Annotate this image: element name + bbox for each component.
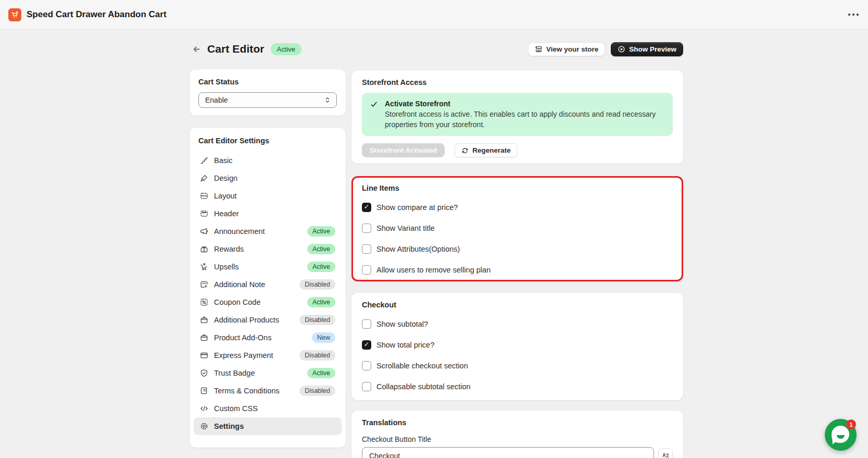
nav-badge: Disabled	[299, 279, 335, 290]
nav-badge: Active	[307, 262, 335, 272]
header-icon	[200, 209, 208, 218]
sidebar-item-additional-note[interactable]: Additional Note Disabled	[194, 276, 342, 293]
paintbrush-icon	[200, 174, 208, 182]
refresh-icon	[461, 147, 469, 154]
checkbox-allow-remove-selling-plan[interactable]: Allow users to remove selling plan	[362, 265, 673, 275]
nav-badge: Disabled	[299, 315, 335, 325]
checkbox-scrollable-checkout-section[interactable]: Scrollable checkout section	[362, 361, 673, 370]
sidebar-item-express-payment[interactable]: Express Payment Disabled	[194, 346, 342, 364]
view-store-button[interactable]: View your store	[528, 42, 605, 56]
checkout-card: Checkout Show subtotal? Show total price…	[351, 293, 683, 400]
checkout-button-title-input[interactable]	[362, 447, 654, 458]
back-button[interactable]	[190, 42, 203, 56]
line-items-card: Line Items Show compare at price? Show V…	[351, 176, 683, 281]
checkbox[interactable]	[362, 244, 371, 254]
show-preview-button[interactable]: Show Preview	[611, 42, 683, 56]
status-badge: Active	[271, 43, 301, 55]
checkbox[interactable]	[362, 319, 371, 329]
sidebar-item-trust-badge[interactable]: Trust Badge Active	[194, 364, 342, 382]
nav-badge: Active	[307, 368, 335, 378]
sidebar-item-coupon-code[interactable]: Coupon Code Active	[194, 293, 342, 311]
sidebar-item-basic[interactable]: Basic	[194, 152, 342, 169]
sidebar-item-header[interactable]: Header	[194, 205, 342, 222]
regenerate-button[interactable]: Regenerate	[455, 143, 518, 157]
eye-icon	[618, 45, 625, 53]
cart-logo-icon	[10, 10, 19, 19]
sidebar-item-additional-products[interactable]: Additional Products Disabled	[194, 311, 342, 329]
product-box-icon	[200, 333, 208, 342]
translate-button[interactable]	[658, 448, 673, 458]
unread-count-badge: 1	[846, 419, 856, 429]
chat-launcher[interactable]: 1	[825, 419, 857, 451]
check-icon	[370, 101, 378, 130]
layout-icon	[200, 192, 208, 200]
checkbox[interactable]	[362, 265, 371, 275]
page-title: Cart Editor	[207, 43, 265, 55]
arrow-left-icon	[192, 44, 202, 54]
checkbox[interactable]	[362, 361, 371, 370]
cart-status-title: Cart Status	[198, 78, 337, 86]
topbar: Speed Cart Drawer Abandon Cart	[0, 0, 868, 30]
sidebar-item-design[interactable]: Design	[194, 169, 342, 187]
storefront-access-card: Storefront Access Activate Storefront St…	[351, 70, 683, 164]
sidebar-item-product-add-ons[interactable]: Product Add-Ons New	[194, 329, 342, 346]
gear-icon	[200, 422, 208, 430]
checkbox-collapsable-subtotal-section[interactable]: Collapsable subtotal section	[362, 381, 673, 391]
banner-text: Storefront access is active. This enable…	[385, 109, 661, 130]
sidebar-item-layout[interactable]: Layout	[194, 187, 342, 205]
app-window: Speed Cart Drawer Abandon Cart Cart Edit…	[0, 0, 868, 458]
terms-icon	[200, 387, 208, 395]
page-header: Cart Editor Active View your store Show …	[190, 41, 683, 57]
stairs-icon	[200, 156, 208, 165]
checkbox-show-compare-at-price[interactable]: Show compare at price?	[362, 202, 673, 212]
sidebar-item-rewards[interactable]: Rewards Active	[194, 240, 342, 258]
sidebar-item-upsells[interactable]: Upsells Active	[194, 258, 342, 276]
checkbox-show-variant-title[interactable]: Show Variant title	[362, 223, 673, 233]
product-box-icon	[200, 316, 208, 324]
chat-bubble-icon	[832, 426, 849, 443]
select-chevrons-icon	[324, 96, 331, 104]
cart-status-card: Cart Status Enable	[190, 69, 346, 116]
success-banner: Activate Storefront Storefront access is…	[362, 93, 673, 136]
nav-badge: Active	[307, 297, 335, 307]
megaphone-icon	[200, 227, 208, 236]
sidebar-item-terms-conditions[interactable]: Terms & Conditions Disabled	[194, 382, 342, 400]
sidebar-item-custom-css[interactable]: Custom CSS	[194, 400, 342, 417]
shield-check-icon	[200, 369, 208, 377]
checkout-title: Checkout	[362, 301, 673, 309]
line-items-title: Line Items	[362, 184, 673, 192]
cart-editor-settings-card: Cart Editor Settings Basic Design Layout…	[190, 128, 346, 448]
checkbox[interactable]	[362, 382, 371, 391]
checkbox[interactable]	[362, 340, 371, 350]
storefront-activated-button: Storefront Activated	[362, 143, 445, 157]
nav-badge: Disabled	[299, 350, 335, 361]
overflow-menu-button[interactable]	[847, 10, 860, 19]
nav-badge: Active	[307, 226, 335, 237]
credit-card-icon	[200, 351, 208, 360]
note-plus-icon	[200, 280, 208, 289]
translations-card: Translations Checkout Button Title	[351, 411, 683, 458]
checkbox-show-attributes-options[interactable]: Show Attributes(Options)	[362, 244, 673, 254]
nav-badge: Active	[307, 244, 335, 254]
sidebar-item-announcement[interactable]: Announcement Active	[194, 222, 342, 240]
nav-badge: Disabled	[299, 386, 335, 396]
app-title: Speed Cart Drawer Abandon Cart	[27, 9, 167, 20]
translations-title: Translations	[362, 418, 673, 427]
checkbox[interactable]	[362, 203, 371, 212]
settings-nav-title: Cart Editor Settings	[194, 137, 342, 145]
storefront-access-title: Storefront Access	[362, 78, 673, 86]
sidebar-item-settings[interactable]: Settings	[194, 417, 342, 435]
cart-status-select[interactable]: Enable	[198, 92, 337, 108]
checkbox-show-total-price[interactable]: Show total price?	[362, 340, 673, 350]
app-logo	[8, 8, 21, 21]
checkbox-show-subtotal[interactable]: Show subtotal?	[362, 319, 673, 329]
checkbox[interactable]	[362, 224, 371, 233]
banner-title: Activate Storefront	[385, 100, 661, 108]
cart-up-icon	[200, 263, 208, 271]
nav-badge: New	[312, 332, 335, 343]
translate-icon	[662, 452, 669, 458]
gift-icon	[200, 245, 208, 253]
discount-icon	[200, 298, 208, 306]
storefront-icon	[535, 45, 543, 53]
code-icon	[200, 404, 208, 413]
